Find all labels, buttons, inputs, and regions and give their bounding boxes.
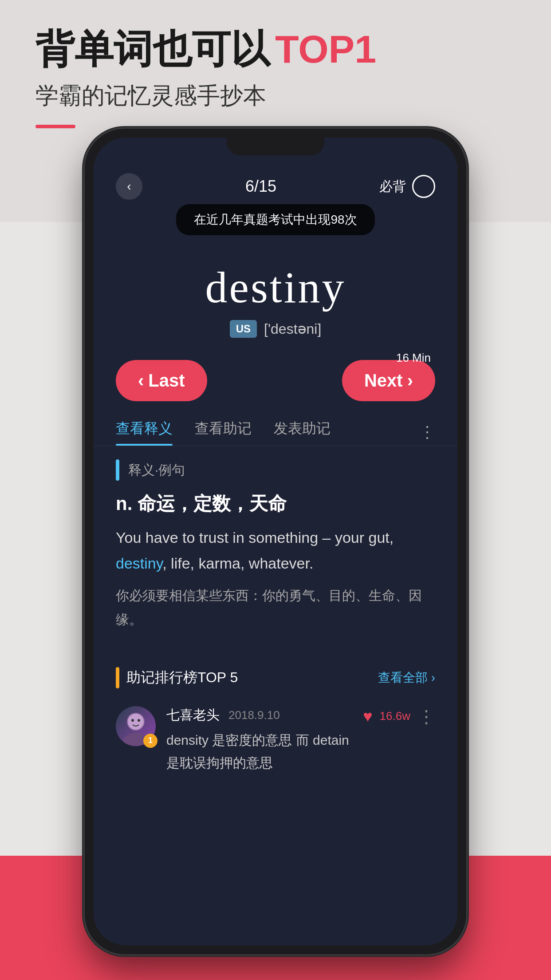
must-memorize-circle[interactable] <box>412 175 435 198</box>
phonetic-text: ['destəni] <box>264 320 321 337</box>
tab-definition[interactable]: 查看释义 <box>116 419 173 446</box>
last-button[interactable]: ‹ Last <box>116 360 207 401</box>
svg-point-2 <box>128 714 144 730</box>
svg-point-3 <box>131 719 134 722</box>
phonetic-row: US ['destəni] <box>111 320 440 338</box>
phone-wrapper: ‹ 6/15 必背 在近几年真题考试中出现98次 destiny US ['de… <box>85 129 466 954</box>
back-button[interactable]: ‹ <box>116 173 142 200</box>
user-card: 1 七喜老头 2018.9.10 density 是密度的意思 而 detain… <box>116 697 435 783</box>
next-arrow-icon: › <box>407 371 413 391</box>
example-text-part2: , life, karma, whatever. <box>162 555 313 572</box>
header-title: 背单词也可以 TOP1 <box>35 27 376 71</box>
example-text-part1: You have to trust in something – your gu… <box>116 529 394 546</box>
phonetic-region-tag: US <box>230 320 257 338</box>
nav-buttons-wrapper: 16 Min ‹ Last Next › <box>94 347 457 410</box>
mnemonic-content: density 是密度的意思 而 detain 是耽误拘押的意思 <box>166 729 352 774</box>
progress-indicator: 6/15 <box>245 177 276 196</box>
like-count: 16.6w <box>380 709 410 723</box>
tab-mnemonic-post[interactable]: 发表助记 <box>274 419 331 446</box>
section-label-definition: 释义·例句 <box>116 459 435 481</box>
phone-outer: ‹ 6/15 必背 在近几年真题考试中出现98次 destiny US ['de… <box>85 129 466 954</box>
tab-mnemonic-view[interactable]: 查看助记 <box>195 419 252 446</box>
section-bar-yellow <box>116 667 119 688</box>
top-nav: ‹ 6/15 必背 <box>94 164 457 204</box>
mnemonic-section: 助记排行榜TOP 5 查看全部 › <box>94 658 457 792</box>
time-label: 16 Min <box>396 351 431 365</box>
definition-section: 释义·例句 n. 命运，定数，天命 You have to trust in s… <box>94 446 457 658</box>
must-memorize-toggle[interactable]: 必背 <box>379 175 435 198</box>
header-subtitle: 学霸的记忆灵感手抄本 <box>35 80 376 111</box>
back-icon: ‹ <box>127 179 131 194</box>
tab-more-icon[interactable]: ⋮ <box>419 423 435 442</box>
section-bar-blue <box>116 459 119 481</box>
tab-definition-label: 查看释义 <box>116 420 173 436</box>
tab-mnemonic-view-label: 查看助记 <box>195 420 252 436</box>
user-meta: 七喜老头 2018.9.10 <box>166 706 352 724</box>
svg-point-4 <box>138 719 140 722</box>
tooltip-container: 在近几年真题考试中出现98次 <box>94 204 457 249</box>
tabs-bar: 查看释义 查看助记 发表助记 ⋮ <box>94 410 457 446</box>
more-options-icon[interactable]: ⋮ <box>417 706 435 727</box>
view-all-arrow-icon: › <box>431 671 435 685</box>
example-sentence-en: You have to trust in something – your gu… <box>116 525 435 577</box>
nav-row: ‹ Last Next › <box>116 351 435 410</box>
next-label: Next <box>364 371 403 391</box>
definition-pos: n. 命运，定数，天命 <box>116 491 435 516</box>
exam-tooltip: 在近几年真题考试中出现98次 <box>176 204 374 235</box>
last-arrow-icon: ‹ <box>138 371 144 391</box>
example-sentence-cn: 你必须要相信某些东西：你的勇气、目的、生命、因缘。 <box>116 584 435 632</box>
main-word: destiny <box>111 262 440 313</box>
header-decoration-line <box>35 125 75 128</box>
header-area: 背单词也可以 TOP1 学霸的记忆灵感手抄本 <box>35 27 376 128</box>
heart-icon[interactable]: ♥ <box>363 707 372 726</box>
post-date: 2018.9.10 <box>228 708 280 722</box>
header-title-highlight: TOP1 <box>275 27 376 71</box>
user-info: 七喜老头 2018.9.10 density 是密度的意思 而 detain 是… <box>166 706 352 774</box>
view-all-label: 查看全部 <box>378 669 428 686</box>
avatar-wrapper: 1 <box>116 706 156 746</box>
section-title-definition: 释义·例句 <box>128 461 185 479</box>
username: 七喜老头 <box>166 706 220 724</box>
phone-screen: ‹ 6/15 必背 在近几年真题考试中出现98次 destiny US ['de… <box>94 138 457 945</box>
user-actions: ♥ 16.6w ⋮ <box>363 706 435 727</box>
mnemonic-title-row: 助记排行榜TOP 5 <box>116 667 238 688</box>
mnemonic-title: 助记排行榜TOP 5 <box>126 668 238 688</box>
view-all-button[interactable]: 查看全部 › <box>378 669 435 686</box>
must-memorize-label: 必背 <box>379 178 406 196</box>
header-title-prefix: 背单词也可以 <box>35 27 270 71</box>
tab-mnemonic-post-label: 发表助记 <box>274 420 331 436</box>
example-highlighted-word: destiny <box>116 555 162 572</box>
last-label: Last <box>148 371 185 391</box>
next-button[interactable]: Next › <box>342 360 435 401</box>
phone-notch <box>227 138 324 155</box>
mnemonic-header: 助记排行榜TOP 5 查看全部 › <box>116 667 435 688</box>
word-area: destiny US ['destəni] <box>94 249 457 347</box>
rank-badge: 1 <box>143 734 157 748</box>
